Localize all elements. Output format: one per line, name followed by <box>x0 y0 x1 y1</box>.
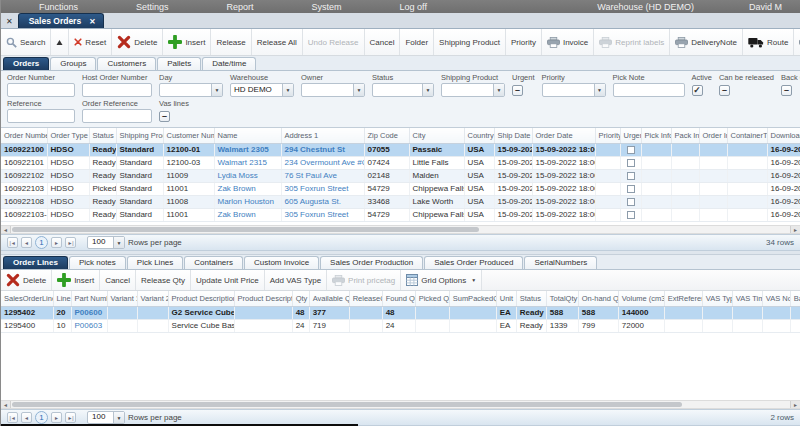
column-header-vas-note[interactable]: VAS Note <box>762 291 790 306</box>
invoice-button[interactable]: Invoice <box>542 29 594 55</box>
prev-page-button[interactable]: ◄ <box>21 412 32 423</box>
chevron-down-icon[interactable]: ▼ <box>211 84 222 96</box>
lines-hscroll-track[interactable] <box>11 401 790 408</box>
menu-system[interactable]: System <box>312 2 342 12</box>
column-header-address-1[interactable]: Address 1 <box>281 128 364 143</box>
tab-sales-orders[interactable]: Sales Orders ✕ <box>18 13 105 28</box>
column-header-part-number[interactable]: Part Number <box>71 291 107 306</box>
column-header-product-description-2[interactable]: Product Description 2 <box>234 291 292 306</box>
table-row[interactable]: 160922103HDSOPickedStandard11001Zak Brow… <box>1 182 800 195</box>
orders-hscroll-thumb[interactable] <box>12 227 479 232</box>
column-header-status[interactable]: Status <box>89 128 116 143</box>
lines-hscrollbar[interactable]: ◄ ► <box>1 400 800 409</box>
column-header-salesorderlineid[interactable]: SalesOrderLineId <box>1 291 53 306</box>
orders-hscroll-track[interactable] <box>11 226 790 233</box>
column-header-available-qty[interactable]: Available Qty <box>309 291 349 306</box>
first-page-button[interactable]: |◄ <box>7 237 18 248</box>
orders-hscrollbar[interactable]: ◄ ► <box>1 225 800 234</box>
urgent-checkbox[interactable] <box>627 172 635 180</box>
column-header-customer-number[interactable]: Customer Number <box>163 128 214 143</box>
next-page-button[interactable]: ► <box>51 237 62 248</box>
name-link[interactable]: Zak Brown <box>218 184 256 193</box>
release-button[interactable]: Release <box>211 29 251 55</box>
name-link[interactable]: Walmart 2305 <box>218 145 269 154</box>
urgent-checkbox[interactable] <box>627 159 635 167</box>
chevron-down-icon[interactable]: ▼ <box>469 277 476 283</box>
release-all-button[interactable]: Release All <box>252 29 303 55</box>
lines-tab-order-lines[interactable]: Order Lines <box>3 256 68 269</box>
lines-tab-sales-order-produced[interactable]: Sales Order Produced <box>424 256 523 269</box>
rows-per-page-select[interactable]: 100▼ <box>87 236 125 249</box>
print-button[interactable]: Print▼ <box>794 29 800 55</box>
column-header-download-to-v[interactable]: Download to V <box>767 128 800 143</box>
lines-hscroll-thumb[interactable] <box>12 402 682 407</box>
column-header-vas-time[interactable]: VAS Time <box>732 291 762 306</box>
priority-button[interactable]: Priority <box>506 29 542 55</box>
urgent-checkbox[interactable] <box>627 146 635 154</box>
column-header-name[interactable]: Name <box>214 128 281 143</box>
order-reference-input[interactable] <box>82 109 152 123</box>
filter-tab-customers[interactable]: Customers <box>97 57 156 70</box>
lines-tab-sales-order-production[interactable]: Sales Order Production <box>320 256 423 269</box>
column-header-status[interactable]: Status <box>516 291 546 306</box>
close-all-tabs-icon[interactable]: ✕ <box>3 17 18 28</box>
column-header-extreference[interactable]: ExtReference <box>664 291 702 306</box>
column-header-order-info[interactable]: Order Info <box>699 128 727 143</box>
scroll-right-icon[interactable]: ► <box>790 226 800 233</box>
column-header-containertype[interactable]: ContainerType <box>727 128 767 143</box>
can-be-released-checkbox[interactable]: – <box>719 85 730 96</box>
column-header-product-description[interactable]: Product Description <box>168 291 234 306</box>
lines-tab-pick-lines[interactable]: Pick Lines <box>127 256 183 269</box>
column-header-order-number[interactable]: Order Number <box>1 128 47 143</box>
name-link[interactable]: Walmart 2315 <box>218 158 268 167</box>
column-header-releaseqty[interactable]: ReleaseQty <box>349 291 382 306</box>
delete-button[interactable]: Delete <box>112 29 163 55</box>
table-row[interactable]: 160922108HDSOReadyStandard11008Marlon Ho… <box>1 195 800 208</box>
current-page-button[interactable]: 1 <box>35 411 48 424</box>
address-1-link[interactable]: 76 St Paul Ave <box>285 171 337 180</box>
back-order-checkbox[interactable]: – <box>781 85 792 96</box>
lines-tab-custom-invoice[interactable]: Custom Invoice <box>244 256 319 269</box>
filter-tab-date-time[interactable]: Date/time <box>202 57 256 70</box>
column-header-vas-type[interactable]: VAS Type <box>702 291 732 306</box>
search-button[interactable]: Search <box>1 29 51 55</box>
chevron-down-icon[interactable]: ▼ <box>422 84 433 96</box>
menu-log-off[interactable]: Log off <box>400 2 427 12</box>
lines-grid-options-button[interactable]: Grid Options▼ <box>401 270 482 290</box>
lines-cancel-button[interactable]: Cancel <box>100 270 136 290</box>
column-header-city[interactable]: City <box>409 128 464 143</box>
table-row[interactable]: 160922100HDSOReadyStandard12100-01Walmar… <box>1 143 800 156</box>
owner-select[interactable]: ▼ <box>301 83 365 97</box>
chevron-down-icon[interactable]: ▼ <box>113 412 124 423</box>
column-header-variant-1[interactable]: Variant 1 <box>107 291 137 306</box>
scroll-left-icon[interactable]: ◄ <box>1 401 11 408</box>
column-header-shipping-product[interactable]: Shipping Product <box>116 128 163 143</box>
next-page-button[interactable]: ► <box>51 412 62 423</box>
chevron-down-icon[interactable]: ▼ <box>353 84 364 96</box>
name-link[interactable]: Zak Brown <box>218 210 256 219</box>
deliverynote-button[interactable]: DeliveryNote <box>670 29 743 55</box>
table-row[interactable]: 160922103-1HDSOReadyStandard11001Zak Bro… <box>1 208 800 221</box>
address-1-link[interactable]: 305 Foxrun Street <box>285 184 349 193</box>
warehouse-select[interactable]: HD DEMO▼ <box>230 83 294 97</box>
column-header-priority[interactable]: Priority <box>595 128 620 143</box>
column-header-volume-cm3[interactable]: Volume (cm3) <box>618 291 664 306</box>
column-header-pack-info[interactable]: Pack Info <box>671 128 699 143</box>
folder-button[interactable]: Folder <box>400 29 434 55</box>
column-header-order-date[interactable]: Order Date <box>532 128 595 143</box>
column-header-zip-code[interactable]: Zip Code <box>364 128 409 143</box>
filter-tab-pallets[interactable]: Pallets <box>157 57 201 70</box>
column-header-batch[interactable]: Batch <box>790 291 800 306</box>
part-number-link[interactable]: P00600 <box>75 308 103 317</box>
column-header-unit[interactable]: Unit <box>496 291 516 306</box>
order-number-input[interactable] <box>7 83 75 97</box>
address-1-link[interactable]: 305 Foxrun Street <box>285 210 349 219</box>
filter-tab-groups[interactable]: Groups <box>50 57 96 70</box>
urgent-checkbox[interactable] <box>627 185 635 193</box>
scroll-right-icon[interactable]: ► <box>790 401 800 408</box>
status-select[interactable]: ▼ <box>372 83 434 97</box>
column-header-line[interactable]: Line <box>53 291 71 306</box>
urgent-checkbox[interactable]: – <box>512 85 523 96</box>
lines-tab-containers[interactable]: Containers <box>184 256 243 269</box>
table-row[interactable]: 160922102HDSOReadyStandard11009Lydia Mos… <box>1 169 800 182</box>
